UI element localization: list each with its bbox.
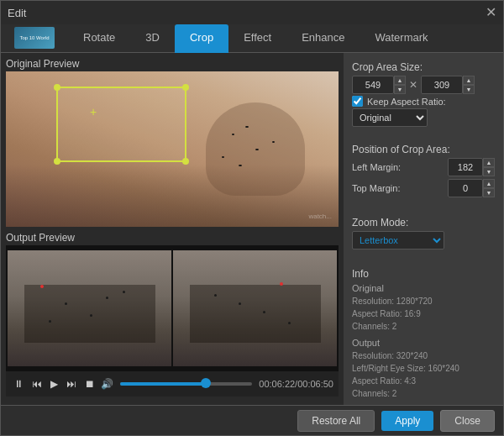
cross-sign: ✕ [409, 79, 417, 91]
window-title: Edit [8, 7, 26, 19]
width-up-button[interactable]: ▲ [394, 76, 406, 85]
close-button[interactable]: Close [440, 410, 495, 432]
top-margin-down-button[interactable]: ▼ [483, 188, 495, 197]
keep-aspect-row: Keep Aspect Ratio: [352, 96, 495, 107]
output-channels: Channels: 2 [352, 387, 495, 400]
fast-forward-button[interactable]: ⏭ [64, 377, 79, 391]
aspect-ratio-dropdown[interactable]: Original 16:9 4:3 1:1 [352, 108, 428, 127]
top-margin-label: Top Margin: [352, 183, 415, 193]
height-up-button[interactable]: ▲ [463, 76, 475, 85]
keep-aspect-label: Keep Aspect Ratio: [367, 97, 446, 107]
width-input-group: ▲ ▼ [352, 76, 406, 94]
zoom-mode-section: Zoom Mode: Letterbox Pan & Scan Full [352, 217, 495, 250]
tabs-bar: Top 10 World Rotate 3D Crop Effect Enhan… [1, 24, 503, 53]
tab-rotate[interactable]: Rotate [68, 24, 130, 53]
crop-corner-bl[interactable] [54, 158, 60, 165]
tab-effect[interactable]: Effect [228, 24, 286, 53]
left-margin-input[interactable] [448, 158, 483, 176]
apply-button[interactable]: Apply [381, 411, 433, 431]
original-channels: Channels: 2 [352, 320, 495, 333]
output-panel-right [173, 250, 337, 367]
output-sub-title: Output [352, 338, 495, 348]
crop-area-size-label: Crop Area Size: [352, 61, 495, 73]
volume-icon: 🔊 [101, 378, 113, 390]
original-aspect: Aspect Ratio: 16:9 [352, 307, 495, 320]
left-margin-down-button[interactable]: ▼ [483, 167, 495, 176]
height-input[interactable] [421, 76, 463, 94]
output-resolution: Resolution: 320*240 [352, 349, 495, 362]
video-thumbnail: Top 10 World [14, 27, 55, 49]
rewind-button[interactable]: ⏮ [29, 377, 45, 391]
width-input[interactable] [352, 76, 394, 94]
left-margin-up-button[interactable]: ▲ [483, 158, 495, 167]
stop-button[interactable]: ⏹ [82, 377, 97, 391]
top-margin-input-group: ▲ ▼ [448, 179, 495, 197]
info-section: Info Original Resolution: 1280*720 Aspec… [352, 268, 495, 400]
zoom-mode-dropdown[interactable]: Letterbox Pan & Scan Full [352, 231, 444, 250]
position-label: Position of Crop Area: [352, 144, 495, 155]
top-margin-up-button[interactable]: ▲ [483, 179, 495, 188]
preview-area: Original Preview + [1, 53, 344, 405]
left-margin-spinner: ▲ ▼ [483, 158, 495, 176]
keep-aspect-checkbox[interactable] [352, 96, 363, 107]
crop-corner-tr[interactable] [182, 84, 189, 91]
tab-video-thumb[interactable]: Top 10 World [9, 24, 60, 53]
crop-size-row: ▲ ▼ ✕ ▲ ▼ [352, 76, 495, 94]
height-down-button[interactable]: ▼ [463, 85, 475, 94]
right-panel: Crop Area Size: ▲ ▼ ✕ ▲ ▼ [344, 53, 503, 405]
player-controls: ⏸ ⏮ ▶ ⏭ ⏹ 🔊 00:06:22/00:06:50 [6, 371, 339, 397]
bottom-bar: Restore All Apply Close [1, 405, 503, 435]
crop-position-section: Position of Crop Area: Left Margin: ▲ ▼ … [352, 144, 495, 200]
output-aspect: Aspect Ratio: 4:3 [352, 375, 495, 387]
main-content: Original Preview + [1, 53, 503, 405]
title-bar-left: Edit [8, 7, 26, 19]
title-bar: Edit ✕ [1, 1, 503, 24]
window-close-button[interactable]: ✕ [486, 6, 496, 19]
left-margin-label: Left Margin: [352, 162, 415, 172]
crop-selection-box[interactable] [56, 87, 186, 162]
output-eye-size: Left/Right Eye Size: 160*240 [352, 362, 495, 375]
restore-all-button[interactable]: Restore All [297, 410, 375, 432]
original-preview-label: Original Preview [6, 58, 339, 70]
volume-slider[interactable] [120, 382, 252, 386]
height-spinner: ▲ ▼ [463, 76, 475, 94]
output-preview-video [6, 245, 339, 372]
original-preview-container: Original Preview + [6, 58, 339, 227]
crop-area-size-section: Crop Area Size: ▲ ▼ ✕ ▲ ▼ [352, 61, 495, 127]
top-margin-row: Top Margin: ▲ ▼ [352, 179, 495, 197]
info-title: Info [352, 268, 495, 280]
original-preview-video: + watch... [6, 71, 339, 227]
tab-enhance[interactable]: Enhance [286, 24, 360, 53]
volume-fill [120, 382, 206, 386]
output-preview-container: Output Preview [6, 232, 339, 401]
volume-thumb [201, 378, 211, 388]
original-resolution: Resolution: 1280*720 [352, 295, 495, 307]
output-preview-label: Output Preview [6, 232, 339, 244]
output-split-view [6, 250, 339, 367]
play-pause-button[interactable]: ⏸ [11, 377, 26, 391]
edit-window: Edit ✕ Top 10 World Rotate 3D Crop Effec… [0, 0, 504, 436]
crop-crosshair: + [90, 105, 97, 118]
aspect-dropdown-row: Original 16:9 4:3 1:1 [352, 108, 495, 127]
zoom-mode-label: Zoom Mode: [352, 217, 495, 229]
height-input-group: ▲ ▼ [421, 76, 475, 94]
time-display: 00:06:22/00:06:50 [259, 379, 333, 389]
output-video-bg [6, 245, 339, 372]
width-spinner: ▲ ▼ [394, 76, 406, 94]
original-video-bg: + watch... [6, 71, 339, 227]
width-down-button[interactable]: ▼ [394, 85, 406, 94]
left-margin-input-group: ▲ ▼ [448, 158, 495, 176]
tab-3d[interactable]: 3D [130, 24, 175, 53]
original-sub-title: Original [352, 283, 495, 293]
tab-crop[interactable]: Crop [175, 24, 228, 53]
tab-watermark[interactable]: Watermark [360, 24, 443, 53]
left-margin-row: Left Margin: ▲ ▼ [352, 158, 495, 176]
top-margin-input[interactable] [448, 179, 483, 197]
output-panel-left [8, 250, 171, 367]
watermark: watch... [308, 213, 332, 220]
play-button[interactable]: ▶ [48, 377, 60, 391]
top-margin-spinner: ▲ ▼ [483, 179, 495, 197]
